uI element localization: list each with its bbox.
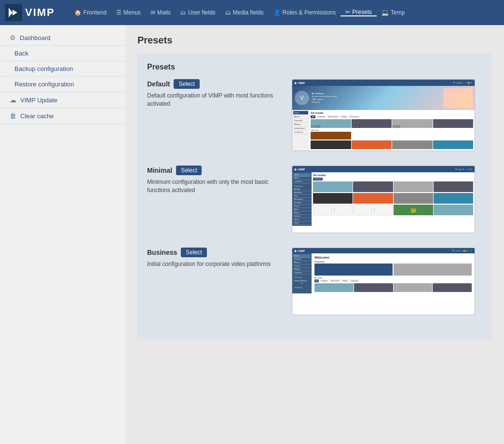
mock-business-header: ▶ VIMP 🔍 search... 🔔 ⊞ ≡ 👤	[292, 248, 475, 253]
mock-grid-minimal-1	[313, 181, 473, 192]
nav-temp[interactable]: 💻 Temp	[377, 9, 409, 16]
preset-title-row-default: Default Select	[147, 79, 282, 89]
preset-name-business: Business	[147, 249, 177, 256]
nav-media-fields[interactable]: 🗂 Media fields	[220, 9, 269, 16]
select-button-default[interactable]: Select	[174, 79, 199, 89]
nav-mails[interactable]: ✉ Mails	[146, 9, 176, 16]
mediafields-icon: 🗂	[225, 9, 231, 16]
nav-user-fields[interactable]: 🗂 User fields	[176, 9, 220, 16]
preset-row-minimal: Minimal Select Minimum configuration wit…	[147, 166, 482, 233]
mock-grid-channels	[311, 132, 473, 139]
mock-business-sidebar: Home Channels Albums Groups Playlists Lo…	[292, 253, 312, 293]
mock-grid-1: Added today New video Media file File	[311, 119, 473, 128]
roles-icon: 👤	[273, 9, 281, 16]
mock-featured-grid	[313, 264, 473, 277]
mock-business-main: Welcome Featured All media All Featured	[312, 253, 475, 293]
mock-grid-minimal-2	[313, 193, 473, 204]
mock-featured-cell-1	[314, 264, 393, 276]
preset-desc-business: Initial configuration for corporate vide…	[147, 260, 282, 268]
preset-info-default: Default Select Default configuration of …	[147, 79, 282, 108]
preview-image-business: ▶ VIMP 🔍 search... 🔔 ⊞ ≡ 👤 Home Channels…	[292, 248, 475, 315]
mock-minimal-sidebar: Home Media Long-form Categories Animals …	[292, 172, 312, 226]
mock-sidebar-default: Home Media Channels Albums Livestreams L…	[292, 110, 309, 151]
presets-heading: Presets	[147, 63, 482, 71]
mock-featured-label: Featured	[313, 260, 473, 264]
preset-info-business: Business Select Initial configuration fo…	[147, 248, 282, 268]
mock-business-layout: Home Channels Albums Groups Playlists Lo…	[292, 253, 475, 293]
menu-icon: ☰	[116, 9, 122, 16]
mock-header-minimal: ▶ VIMP 🔍 search... 👤 ⊞ ≡	[292, 166, 475, 172]
userfields-icon: 🗂	[180, 9, 186, 16]
mock-tabs-minimal: Featured	[313, 178, 473, 180]
sidebar-item-backup[interactable]: Backup configuration	[0, 61, 125, 77]
trash-icon: 🗑	[10, 112, 16, 120]
mock-grid-2	[311, 140, 473, 149]
mock-tabs-default: All Featured Most viewed Rating Comments	[311, 115, 473, 118]
mock-welcome: Welcome	[313, 255, 473, 260]
logo: VIMP	[5, 4, 55, 21]
cloud-icon: ☁	[10, 96, 16, 104]
mock-hero-default: V My Company Media transfer between user…	[292, 86, 475, 110]
preview-image-default: ▶ VIMP 🔍 search... 👤 🔔 ⚙ V My Company	[292, 79, 475, 151]
nav-frontend[interactable]: 🏠 Frontend	[69, 9, 111, 16]
nav-menus[interactable]: ☰ Menus	[111, 9, 146, 16]
mock-header-default: ▶ VIMP 🔍 search... 👤 🔔 ⚙	[292, 80, 475, 86]
main-content: Presets Presets Default Select Default c…	[125, 25, 504, 444]
preset-name-minimal: Minimal	[147, 166, 172, 174]
layout: ⚙ Dashboard Back Backup configuration Re…	[0, 25, 504, 444]
preview-image-minimal: ▶ VIMP 🔍 search... 👤 ⊞ ≡ Home Media Long…	[292, 166, 475, 233]
presets-container: Presets Default Select Default configura…	[137, 53, 492, 339]
mock-sidebar-layout-minimal: Home Media Long-form Categories Animals …	[292, 172, 475, 226]
dashboard-icon: ⚙	[10, 34, 16, 42]
nav-links: 🏠 Frontend ☰ Menus ✉ Mails 🗂 User fields…	[69, 9, 499, 16]
sidebar-item-back[interactable]: Back	[0, 46, 125, 61]
preset-name-default: Default	[147, 80, 170, 88]
preset-desc-minimal: Minimum configuration with only the most…	[147, 178, 282, 194]
mock-featured-cell-2	[394, 264, 472, 276]
preset-preview-business: ▶ VIMP 🔍 search... 🔔 ⊞ ≡ 👤 Home Channels…	[292, 248, 475, 315]
preset-preview-default: ▶ VIMP 🔍 search... 👤 🔔 ⚙ V My Company	[292, 79, 475, 151]
page-title: Presets	[137, 35, 492, 46]
sidebar-item-restore[interactable]: Restore configuration	[0, 77, 125, 92]
nav-roles[interactable]: 👤 Roles & Permissions	[269, 9, 341, 16]
mail-icon: ✉	[150, 9, 155, 16]
sidebar-item-update[interactable]: ☁ VIMP Update	[0, 92, 125, 108]
mock-grid-business	[313, 283, 473, 292]
select-button-business[interactable]: Select	[181, 248, 206, 257]
select-button-minimal[interactable]: Select	[176, 166, 202, 175]
preset-preview-minimal: ▶ VIMP 🔍 search... 👤 ⊞ ≡ Home Media Long…	[292, 166, 475, 233]
preset-title-row-minimal: Minimal Select	[147, 166, 282, 175]
sidebar: ⚙ Dashboard Back Backup configuration Re…	[0, 25, 125, 444]
home-icon: 🏠	[74, 9, 82, 16]
preset-desc-default: Default configuration of VIMP with most …	[147, 92, 282, 108]
temp-icon: 💻	[381, 9, 389, 16]
logo-icon	[5, 4, 22, 21]
mock-tabs-business: All Featured Most viewed Rating Comments	[313, 279, 473, 282]
mock-grid-minimal-3: 📄 📄 🐸	[313, 205, 473, 215]
nav-presets[interactable]: ✂ Presets	[341, 9, 377, 16]
logo-text: VIMP	[25, 6, 55, 19]
preset-row-default: Default Select Default configuration of …	[147, 79, 482, 151]
mock-minimal-main: All media Featured	[312, 172, 475, 226]
mock-main-default: All media All Featured Most viewed Ratin…	[309, 110, 475, 151]
preset-info-minimal: Minimal Select Minimum configuration wit…	[147, 166, 282, 194]
preset-row-business: Business Select Initial configuration fo…	[147, 248, 482, 315]
sidebar-item-clear-cache[interactable]: 🗑 Clear cache	[0, 108, 125, 124]
mock-sidebar-layout-default: Home Media Channels Albums Livestreams L…	[292, 110, 475, 151]
preset-title-row-business: Business Select	[147, 248, 282, 257]
presets-icon: ✂	[345, 9, 350, 15]
sidebar-item-dashboard[interactable]: ⚙ Dashboard	[0, 30, 125, 46]
top-navigation: VIMP 🏠 Frontend ☰ Menus ✉ Mails 🗂 User f…	[0, 0, 504, 25]
